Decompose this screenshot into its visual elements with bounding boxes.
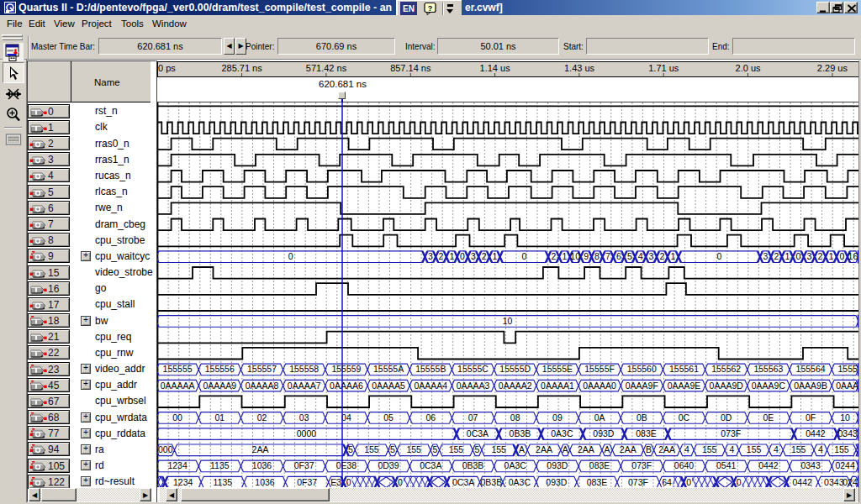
svg-text:9: 9 bbox=[584, 251, 589, 261]
svg-text:0000: 0000 bbox=[297, 428, 317, 438]
svg-text:09: 09 bbox=[552, 412, 563, 423]
svg-text:155560: 155560 bbox=[627, 364, 657, 374]
svg-text:093D: 093D bbox=[546, 477, 568, 487]
svg-text:0AAAA5: 0AAAA5 bbox=[372, 381, 405, 391]
svg-text:15555B: 15555B bbox=[415, 364, 446, 374]
svg-text:155564: 155564 bbox=[796, 364, 826, 374]
svg-text:0A3C: 0A3C bbox=[509, 477, 531, 487]
svg-text:15555E: 15555E bbox=[542, 364, 573, 374]
svg-text:2: 2 bbox=[817, 251, 822, 261]
svg-text:0244: 0244 bbox=[843, 477, 859, 487]
svg-text:3: 3 bbox=[649, 251, 654, 261]
svg-text:0AAA9E: 0AAA9E bbox=[668, 381, 701, 391]
svg-text:0343: 0343 bbox=[800, 460, 821, 470]
svg-text:0AAAA3: 0AAAA3 bbox=[457, 381, 490, 391]
svg-text:2AA: 2AA bbox=[578, 444, 594, 454]
svg-text:2: 2 bbox=[551, 251, 556, 261]
svg-text:0: 0 bbox=[398, 477, 403, 487]
svg-text:3: 3 bbox=[428, 251, 433, 261]
svg-text:083E: 083E bbox=[636, 428, 657, 438]
svg-text:4: 4 bbox=[638, 251, 643, 261]
svg-text:155559: 155559 bbox=[331, 364, 361, 374]
svg-text:155: 155 bbox=[491, 444, 506, 454]
svg-text:4: 4 bbox=[818, 444, 823, 454]
svg-text:0A: 0A bbox=[594, 412, 605, 423]
svg-text:155561: 155561 bbox=[669, 364, 699, 374]
svg-text:5: 5 bbox=[432, 444, 437, 454]
svg-text:0: 0 bbox=[737, 477, 742, 487]
svg-text:0B3B: 0B3B bbox=[480, 477, 502, 487]
svg-text:0AAA9F: 0AAA9F bbox=[626, 381, 658, 391]
svg-text:0E: 0E bbox=[763, 412, 774, 423]
svg-text:0B: 0B bbox=[637, 412, 647, 423]
svg-text:A: A bbox=[605, 444, 610, 454]
svg-text:2: 2 bbox=[439, 251, 444, 261]
svg-text:0AAA9C: 0AAA9C bbox=[752, 381, 786, 391]
svg-text:0: 0 bbox=[716, 251, 721, 261]
svg-text:10: 10 bbox=[570, 251, 580, 261]
svg-text:05: 05 bbox=[383, 412, 394, 423]
svg-text:0AAA9A: 0AAA9A bbox=[836, 381, 859, 391]
svg-text:155563: 155563 bbox=[753, 364, 783, 374]
svg-text:1036: 1036 bbox=[255, 477, 275, 487]
svg-text:0C3A: 0C3A bbox=[467, 428, 489, 438]
svg-text:10: 10 bbox=[840, 412, 850, 423]
svg-text:0: 0 bbox=[288, 251, 293, 261]
svg-text:5: 5 bbox=[390, 444, 395, 454]
svg-text:1234: 1234 bbox=[173, 477, 193, 487]
svg-text:03: 03 bbox=[299, 412, 309, 423]
svg-text:0AAAA2: 0AAAA2 bbox=[499, 381, 532, 391]
svg-text:07: 07 bbox=[468, 412, 478, 423]
svg-text:5: 5 bbox=[348, 444, 353, 454]
svg-text:1234: 1234 bbox=[167, 460, 188, 470]
svg-text:6: 6 bbox=[616, 251, 621, 261]
svg-text:A: A bbox=[519, 444, 525, 454]
svg-text:0AAAA7: 0AAAA7 bbox=[288, 381, 321, 391]
svg-text:0C3A: 0C3A bbox=[420, 460, 441, 470]
svg-text:3: 3 bbox=[806, 251, 811, 261]
svg-text:0: 0 bbox=[521, 251, 526, 261]
svg-text:1: 1 bbox=[449, 251, 454, 261]
svg-text:0C3A: 0C3A bbox=[452, 477, 474, 487]
svg-text:8: 8 bbox=[594, 251, 600, 261]
svg-text:0AAAA8: 0AAAA8 bbox=[246, 381, 279, 391]
svg-text:093D: 093D bbox=[593, 428, 615, 438]
svg-text:B: B bbox=[646, 444, 652, 454]
svg-text:155: 155 bbox=[834, 444, 849, 454]
svg-text:073F: 073F bbox=[628, 477, 648, 487]
svg-text:0A3C: 0A3C bbox=[551, 428, 573, 438]
svg-text:E3: E3 bbox=[330, 477, 341, 487]
svg-text:0AAAA4: 0AAAA4 bbox=[414, 381, 447, 391]
svg-text:4: 4 bbox=[684, 444, 689, 454]
svg-text:0AAAA0: 0AAAA0 bbox=[583, 381, 616, 391]
svg-text:0442: 0442 bbox=[758, 460, 779, 470]
svg-text:06: 06 bbox=[425, 412, 436, 423]
svg-text:155: 155 bbox=[702, 444, 717, 454]
svg-text:0: 0 bbox=[346, 477, 351, 487]
svg-text:4: 4 bbox=[730, 444, 735, 454]
svg-text:0F37: 0F37 bbox=[294, 460, 314, 470]
svg-text:1135: 1135 bbox=[210, 460, 230, 470]
svg-text:0B3B: 0B3B bbox=[510, 428, 531, 438]
svg-text:0E38: 0E38 bbox=[336, 460, 357, 470]
svg-text:1: 1 bbox=[492, 251, 497, 261]
svg-text:0: 0 bbox=[839, 251, 844, 261]
svg-text:0244: 0244 bbox=[835, 460, 855, 470]
svg-text:0A3C: 0A3C bbox=[504, 460, 527, 470]
svg-text:2AA: 2AA bbox=[536, 444, 552, 454]
svg-text:7: 7 bbox=[605, 251, 610, 261]
svg-text:3: 3 bbox=[471, 251, 476, 261]
svg-text:15555C: 15555C bbox=[457, 364, 489, 374]
svg-text:15555D: 15555D bbox=[499, 364, 531, 374]
svg-text:0AAAA6: 0AAAA6 bbox=[330, 381, 363, 391]
svg-text:155557: 155557 bbox=[247, 364, 277, 374]
svg-text:155: 155 bbox=[747, 444, 762, 454]
svg-text:1: 1 bbox=[670, 251, 675, 261]
svg-text:2: 2 bbox=[774, 251, 779, 261]
svg-text:155: 155 bbox=[449, 444, 464, 454]
svg-text:15555A: 15555A bbox=[373, 364, 404, 374]
svg-text:155: 155 bbox=[364, 444, 379, 454]
svg-text:2: 2 bbox=[482, 251, 487, 261]
svg-text:155562: 155562 bbox=[711, 364, 741, 374]
svg-text:083E: 083E bbox=[589, 460, 610, 470]
